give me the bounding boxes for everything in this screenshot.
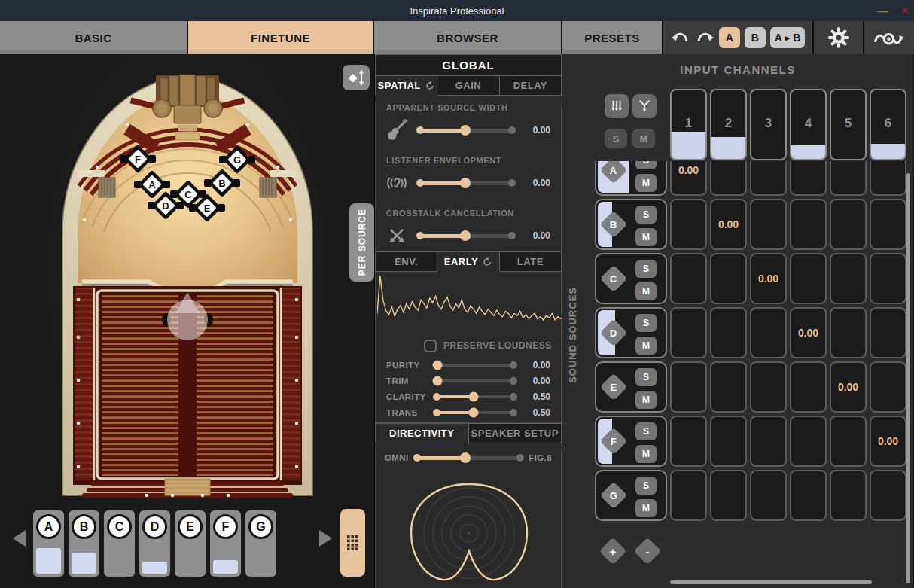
fader-card-F[interactable]: F [210,510,241,577]
matrix-cell[interactable] [830,307,867,358]
matrix-cell[interactable]: 0.00 [710,199,747,250]
input-channel-meter[interactable]: 2 [710,89,747,160]
solo-button[interactable]: S [635,260,657,278]
matrix-cell[interactable] [830,161,867,196]
matrix-cell[interactable] [710,361,747,413]
crosstalk-cancellation-slider[interactable] [418,234,514,238]
source-arrange-button[interactable] [343,65,370,90]
solo-button[interactable]: S [635,206,657,224]
scroll-right-arrow-icon[interactable] [319,530,332,547]
tab-env[interactable]: ENV. [375,251,437,272]
mute-button[interactable]: M [635,391,657,409]
scroll-left-arrow-icon[interactable] [13,530,26,547]
matrix-cell[interactable] [870,361,906,413]
matrix-cell[interactable] [710,161,747,196]
matrix-cell[interactable] [710,253,747,304]
input-channel-meter[interactable]: 4 [790,89,827,160]
matrix-cell[interactable] [790,361,827,413]
tab-browser[interactable]: BROWSER [374,21,561,54]
matrix-cell[interactable] [830,470,867,521]
matrix-cell[interactable] [790,416,827,467]
solo-button[interactable]: S [635,422,657,440]
undo-icon[interactable] [671,30,690,45]
matrix-cell[interactable]: 0.00 [750,253,787,304]
matrix-cell[interactable] [750,416,787,467]
trans-slider[interactable] [434,411,516,414]
matrix-cell[interactable] [710,307,747,358]
vertical-scrollbar[interactable] [906,173,910,583]
solo-button[interactable]: S [635,161,657,169]
apparent-source-width-slider[interactable] [418,129,514,133]
mute-button[interactable]: M [635,445,657,463]
input-channel-meter[interactable]: 6 [870,89,906,160]
matrix-cell[interactable] [750,199,787,250]
matrix-cell[interactable] [870,161,906,196]
redo-icon[interactable] [695,30,714,45]
matrix-cell[interactable] [870,307,906,358]
tab-spatial[interactable]: SPATIAL [375,75,437,96]
matrix-cell[interactable]: 0.00 [870,416,906,467]
ab-slot-a-button[interactable]: A [719,27,740,48]
purity-slider[interactable] [434,364,516,367]
input-channel-meter[interactable]: 3 [750,89,787,160]
matrix-cell[interactable]: 0.00 [830,361,867,413]
tab-directivity[interactable]: DIRECTIVITY [375,423,469,443]
matrix-cell[interactable] [750,361,787,413]
listener-envelopment-slider[interactable] [418,181,514,185]
sound-source-row-E[interactable]: ESM [595,361,667,413]
solo-button[interactable]: S [635,368,657,386]
matrix-cell[interactable] [750,470,787,521]
solo-button[interactable]: S [635,477,657,495]
matrix-cell[interactable] [830,199,867,250]
tab-speaker-setup[interactable]: SPEAKER SETUP [469,423,562,443]
fader-card-D[interactable]: D [139,510,170,577]
matrix-cell[interactable] [750,161,787,196]
matrix-cell[interactable] [790,161,827,196]
mute-button[interactable]: M [635,228,657,246]
matrix-cell[interactable] [670,199,707,250]
mute-button[interactable]: M [635,337,657,355]
matrix-cell[interactable] [710,416,747,467]
source-diamond-E[interactable]: E [600,373,628,401]
sound-source-row-A[interactable]: ASM [595,161,667,196]
sound-source-row-F[interactable]: FSM [595,416,667,467]
sound-source-row-G[interactable]: GSM [595,470,667,521]
per-source-tab[interactable]: PER SOURCE [349,203,374,282]
matrix-view-button[interactable] [340,509,365,577]
copy-a-to-b-button[interactable]: A ▸ B [770,27,806,48]
merge-down-button[interactable] [632,94,657,118]
source-diamond-G[interactable]: G [600,482,628,510]
clarity-slider[interactable] [434,395,516,398]
sound-source-row-B[interactable]: BSM [595,199,667,250]
matrix-cell[interactable] [670,307,707,358]
matrix-cell[interactable] [870,199,906,250]
fader-card-E[interactable]: E [175,510,206,577]
tab-presets[interactable]: PRESETS [562,21,662,54]
mute-button[interactable]: M [635,282,657,300]
arrows-down-button[interactable] [605,94,629,118]
matrix-cell[interactable]: 0.00 [790,307,827,358]
trim-slider[interactable] [434,379,516,382]
solo-button[interactable]: S [635,314,657,332]
tab-gain[interactable]: GAIN [437,75,499,96]
source-diamond-C[interactable]: C [600,265,628,293]
matrix-cell[interactable] [670,470,707,521]
solo-all-button[interactable]: S [605,129,627,148]
tab-early[interactable]: EARLY [437,251,499,272]
mute-button[interactable]: M [635,174,657,192]
fader-card-B[interactable]: B [69,510,99,577]
fader-card-C[interactable]: C [104,510,135,577]
sound-source-row-D[interactable]: DSM [595,307,667,358]
ab-slot-b-button[interactable]: B [745,27,766,48]
matrix-cell[interactable] [670,361,707,413]
horizontal-scrollbar[interactable] [670,580,872,584]
preserve-loudness-checkbox[interactable] [424,340,437,352]
tab-delay[interactable]: DELAY [500,75,562,96]
tab-basic[interactable]: BASIC [0,21,187,54]
matrix-cell[interactable] [870,253,906,304]
matrix-cell[interactable] [870,470,906,521]
gear-icon[interactable] [827,26,850,49]
fader-card-A[interactable]: A [33,510,64,577]
directivity-slider[interactable] [415,456,523,460]
matrix-cell[interactable] [830,253,867,304]
